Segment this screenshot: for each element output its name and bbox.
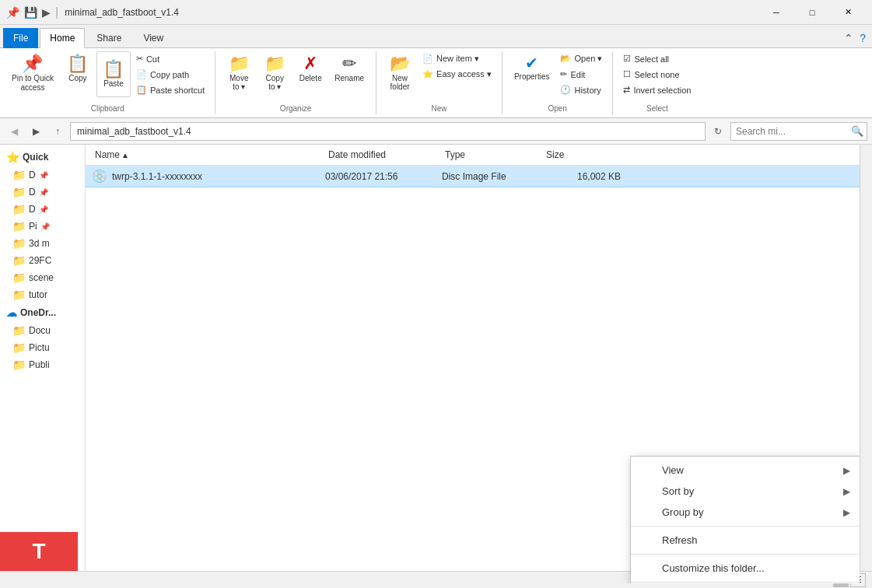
onedrive-icon: ☁ bbox=[6, 306, 17, 319]
clipboard-label: Clipboard bbox=[6, 103, 208, 114]
folder-icon: 📁 bbox=[12, 203, 26, 215]
properties-label: Properties bbox=[514, 72, 550, 81]
sidebar-item-pi[interactable]: 📁 Pi 📌 bbox=[0, 218, 85, 235]
sidebar-item-3dm[interactable]: 📁 3d m bbox=[0, 235, 85, 252]
ctx-sort-by[interactable]: Sort by ▶ bbox=[631, 481, 860, 502]
col-header-date[interactable]: Date modified bbox=[325, 148, 442, 162]
date-header-label: Date modified bbox=[328, 149, 386, 160]
easy-access-icon: ⭐ bbox=[422, 69, 433, 79]
ctx-sep-3 bbox=[631, 582, 860, 583]
history-icon: 🕐 bbox=[560, 85, 571, 95]
ribbon-tabs: File Home Share View ⌃ ? bbox=[0, 25, 872, 48]
move-to-button[interactable]: 📁 Moveto ▾ bbox=[222, 51, 256, 95]
file-row[interactable]: 💿 twrp-3.1.1-1-xxxxxxxx 03/06/2017 21:56… bbox=[86, 166, 860, 187]
move-label: Moveto ▾ bbox=[229, 74, 248, 91]
sidebar-pin-icon: 📌 bbox=[39, 205, 48, 214]
sidebar-pin-icon: 📌 bbox=[40, 222, 50, 231]
ctx-refresh-label: Refresh bbox=[662, 534, 698, 546]
sidebar-item-docs[interactable]: 📁 Docu bbox=[0, 322, 85, 339]
cut-button[interactable]: ✂ Cut bbox=[132, 51, 208, 66]
col-header-size[interactable]: Size bbox=[543, 148, 621, 162]
taskbar-item[interactable]: T bbox=[0, 532, 78, 571]
invert-label: Invert selection bbox=[633, 86, 691, 95]
rename-button[interactable]: ✏ Rename bbox=[329, 51, 369, 86]
delete-button[interactable]: ✗ Delete bbox=[293, 51, 327, 86]
address-bar: ◀ ▶ ↑ ↻ 🔍 bbox=[0, 118, 872, 145]
edit-icon: ✏ bbox=[560, 69, 567, 79]
ctx-customize[interactable]: Customize this folder... bbox=[631, 558, 860, 579]
tab-share[interactable]: Share bbox=[86, 28, 131, 47]
tab-home[interactable]: Home bbox=[40, 28, 85, 48]
ctx-refresh[interactable]: Refresh bbox=[631, 530, 860, 551]
sidebar-item-scene[interactable]: 📁 scene bbox=[0, 269, 85, 286]
new-folder-button[interactable]: 📂 Newfolder bbox=[383, 51, 417, 95]
sidebar-item-tutor[interactable]: 📁 tutor bbox=[0, 286, 85, 303]
file-icon: 💿 bbox=[92, 169, 107, 184]
sidebar-item-label: 3d m bbox=[29, 238, 50, 249]
sidebar-item-d1[interactable]: 📁 D 📌 bbox=[0, 166, 85, 184]
nav-title-icon: ▶ bbox=[42, 6, 51, 19]
maximize-button[interactable]: □ bbox=[794, 0, 830, 25]
copy-button[interactable]: 📋 Copy bbox=[61, 51, 95, 86]
select-none-button[interactable]: ☐ Select none bbox=[619, 67, 695, 82]
history-button[interactable]: 🕐 History bbox=[556, 82, 606, 97]
minimize-button[interactable]: ─ bbox=[758, 0, 794, 25]
sidebar-item-29fc[interactable]: 📁 29FC bbox=[0, 252, 85, 269]
address-input[interactable] bbox=[70, 122, 706, 141]
tab-view[interactable]: View bbox=[133, 28, 173, 47]
folder-icon: 📁 bbox=[12, 186, 26, 198]
copy-to-label: Copyto ▾ bbox=[266, 74, 284, 91]
right-scrollbar[interactable] bbox=[860, 145, 872, 583]
invert-selection-button[interactable]: ⇄ Invert selection bbox=[619, 82, 695, 97]
close-button[interactable]: ✕ bbox=[830, 0, 866, 25]
ctx-sort-label: Sort by bbox=[662, 485, 694, 497]
ctx-group-arrow: ▶ bbox=[843, 507, 850, 518]
cut-icon: ✂ bbox=[136, 54, 143, 64]
sidebar-item-d2[interactable]: 📁 D 📌 bbox=[0, 184, 85, 201]
ctx-group-by[interactable]: Group by ▶ bbox=[631, 502, 860, 523]
ribbon-group-open: ✔ Properties 📂 Open ▾ ✏ Edit 🕐 History O… bbox=[503, 51, 614, 114]
refresh-button[interactable]: ↻ bbox=[709, 122, 727, 141]
taskbar-letter: T bbox=[32, 539, 45, 564]
new-small-btns: 📄 New item ▾ ⭐ Easy access ▾ bbox=[418, 51, 496, 82]
paste-button[interactable]: 📋 Paste bbox=[96, 51, 131, 97]
ctx-view[interactable]: View ▶ bbox=[631, 460, 860, 481]
name-header-label: Name bbox=[95, 149, 120, 160]
ctx-view-label: View bbox=[662, 464, 684, 476]
col-header-type[interactable]: Type bbox=[442, 148, 543, 162]
ribbon-group-clipboard: 📌 Pin to Quickaccess 📋 Copy 📋 Paste ✂ Cu… bbox=[0, 51, 215, 114]
copy-path-button[interactable]: 📄 Copy path bbox=[132, 67, 208, 82]
search-input[interactable] bbox=[731, 126, 848, 137]
forward-button[interactable]: ▶ bbox=[26, 122, 45, 141]
ctx-sort-arrow: ▶ bbox=[843, 486, 850, 497]
ctx-customize-label: Customize this folder... bbox=[662, 562, 765, 574]
file-list-header: Name ▲ Date modified Type Size bbox=[86, 145, 860, 166]
help-icon[interactable]: ? bbox=[860, 32, 866, 44]
open-label: Open bbox=[509, 103, 607, 114]
copy-icon: 📋 bbox=[67, 55, 88, 72]
pin-quick-access-button[interactable]: 📌 Pin to Quickaccess bbox=[6, 51, 59, 96]
sidebar-item-public[interactable]: 📁 Publi bbox=[0, 356, 85, 373]
easy-access-button[interactable]: ⭐ Easy access ▾ bbox=[418, 67, 496, 82]
properties-button[interactable]: ✔ Properties bbox=[509, 51, 555, 85]
collapse-ribbon-icon[interactable]: ⌃ bbox=[844, 32, 853, 44]
edit-button[interactable]: ✏ Edit bbox=[556, 67, 606, 82]
new-folder-label: Newfolder bbox=[390, 74, 410, 91]
open-button[interactable]: 📂 Open ▾ bbox=[556, 51, 606, 66]
tab-file[interactable]: File bbox=[3, 28, 38, 48]
open-small-btns: 📂 Open ▾ ✏ Edit 🕐 History bbox=[556, 51, 606, 97]
select-content: ☑ Select all ☐ Select none ⇄ Invert sele… bbox=[619, 51, 695, 103]
window-title: minimal_adb_fastboot_v1.4 bbox=[65, 7, 758, 18]
select-all-button[interactable]: ☑ Select all bbox=[619, 51, 695, 66]
col-header-name[interactable]: Name ▲ bbox=[92, 148, 325, 162]
up-button[interactable]: ↑ bbox=[48, 122, 67, 141]
paste-shortcut-button[interactable]: 📋 Paste shortcut bbox=[132, 82, 208, 97]
new-item-button[interactable]: 📄 New item ▾ bbox=[418, 51, 496, 66]
sidebar-item-pics[interactable]: 📁 Pictu bbox=[0, 339, 85, 356]
properties-icon: ✔ bbox=[525, 55, 538, 71]
copy-to-button[interactable]: 📁 Copyto ▾ bbox=[257, 51, 292, 95]
folder-icon: 📁 bbox=[12, 271, 26, 284]
edit-label: Edit bbox=[570, 70, 585, 79]
back-button[interactable]: ◀ bbox=[5, 122, 23, 141]
sidebar-item-d3[interactable]: 📁 D 📌 bbox=[0, 201, 85, 218]
